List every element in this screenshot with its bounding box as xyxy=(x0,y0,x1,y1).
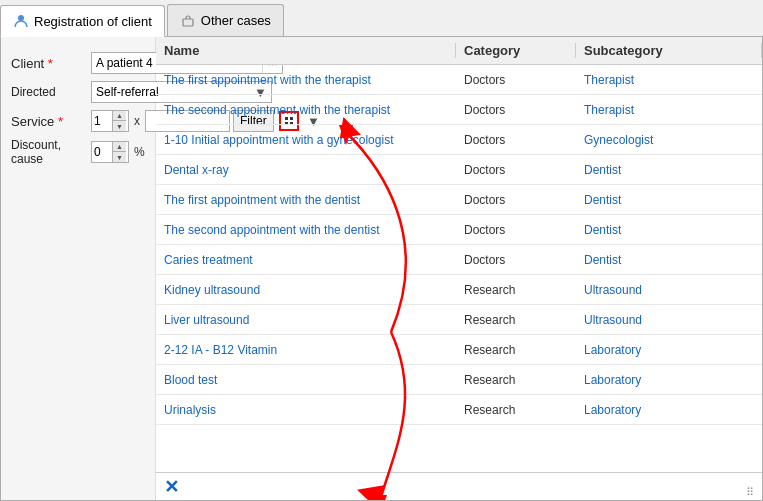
user-icon xyxy=(13,13,29,29)
cell-subcategory: Therapist xyxy=(576,103,762,117)
discount-input[interactable] xyxy=(92,143,112,161)
service-qty-input[interactable] xyxy=(92,112,112,130)
svg-rect-1 xyxy=(183,19,193,26)
service-label: Service * xyxy=(11,114,91,129)
table-row[interactable]: Kidney ultrasound Research Ultrasound xyxy=(156,275,762,305)
add-row-button[interactable]: ✕ xyxy=(164,476,179,498)
directed-field: Directed ▼ xyxy=(11,80,145,104)
cell-category: Doctors xyxy=(456,103,576,117)
main-container: Registration of client Other cases Clien… xyxy=(0,0,763,501)
registration-form: Client * ··· Directed ▼ xyxy=(7,45,149,172)
cell-subcategory: Ultrasound xyxy=(576,283,762,297)
discount-controls: ▲ ▼ % xyxy=(91,141,145,163)
col-header-name: Name xyxy=(156,43,456,58)
cell-category: Doctors xyxy=(456,73,576,87)
cell-category: Research xyxy=(456,283,576,297)
cell-category: Research xyxy=(456,313,576,327)
cell-category: Doctors xyxy=(456,133,576,147)
client-field: Client * ··· xyxy=(11,51,145,75)
cell-name: 1-10 Initial appointment with a gynecolo… xyxy=(156,133,456,147)
cell-subcategory: Therapist xyxy=(576,73,762,87)
tab-other-cases-label: Other cases xyxy=(201,13,271,28)
cell-category: Doctors xyxy=(456,163,576,177)
cell-name: The first appointment with the dentist xyxy=(156,193,456,207)
directed-label: Directed xyxy=(11,85,91,99)
discount-down[interactable]: ▼ xyxy=(112,152,126,162)
briefcase-icon xyxy=(180,13,196,29)
cell-name: Blood test xyxy=(156,373,456,387)
cell-name: Kidney ultrasound xyxy=(156,283,456,297)
table-row[interactable]: Dental x-ray Doctors Dentist xyxy=(156,155,762,185)
cell-category: Doctors xyxy=(456,193,576,207)
cell-category: Research xyxy=(456,403,576,417)
table-row[interactable]: Caries treatment Doctors Dentist xyxy=(156,245,762,275)
spinner-arrows: ▲ ▼ xyxy=(112,111,126,131)
table-header: Name Category Subcategory xyxy=(156,37,762,65)
cell-name: Caries treatment xyxy=(156,253,456,267)
left-panel: Client * ··· Directed ▼ xyxy=(1,37,156,500)
cell-category: Doctors xyxy=(456,223,576,237)
resize-handle[interactable]: ⠿ xyxy=(746,486,758,498)
discount-spinner: ▲ ▼ xyxy=(91,141,129,163)
cell-subcategory: Dentist xyxy=(576,193,762,207)
discount-field: Discount, cause ▲ ▼ % xyxy=(11,138,145,166)
tab-registration-label: Registration of client xyxy=(34,14,152,29)
table-footer: ✕ xyxy=(156,472,762,500)
cell-subcategory: Dentist xyxy=(576,223,762,237)
tabs-bar: Registration of client Other cases xyxy=(0,0,763,37)
tab-other-cases[interactable]: Other cases xyxy=(167,4,284,36)
cell-category: Research xyxy=(456,373,576,387)
service-table-body: The first appointment with the therapist… xyxy=(156,65,762,472)
table-row[interactable]: Blood test Research Laboratory xyxy=(156,365,762,395)
table-row[interactable]: Urinalysis Research Laboratory xyxy=(156,395,762,425)
cell-subcategory: Dentist xyxy=(576,163,762,177)
cell-category: Research xyxy=(456,343,576,357)
right-panel: Name Category Subcategory The first appo… xyxy=(156,37,762,500)
spinner-up[interactable]: ▲ xyxy=(112,111,126,121)
discount-arrows: ▲ ▼ xyxy=(112,142,126,162)
svg-point-0 xyxy=(18,15,24,21)
tab-registration[interactable]: Registration of client xyxy=(0,5,165,37)
table-row[interactable]: Liver ultrasound Research Ultrasound xyxy=(156,305,762,335)
table-row[interactable]: The second appointment with the dentist … xyxy=(156,215,762,245)
cell-subcategory: Laboratory xyxy=(576,373,762,387)
table-row[interactable]: The first appointment with the dentist D… xyxy=(156,185,762,215)
cell-subcategory: Dentist xyxy=(576,253,762,267)
cell-subcategory: Laboratory xyxy=(576,343,762,357)
cell-name: The first appointment with the therapist xyxy=(156,73,456,87)
discount-label: Discount, cause xyxy=(11,138,91,166)
cell-subcategory: Ultrasound xyxy=(576,313,762,327)
service-qty-spinner: ▲ ▼ xyxy=(91,110,129,132)
col-header-category: Category xyxy=(456,43,576,58)
spinner-down[interactable]: ▼ xyxy=(112,121,126,131)
cell-subcategory: Gynecologist xyxy=(576,133,762,147)
cell-subcategory: Laboratory xyxy=(576,403,762,417)
table-row[interactable]: The first appointment with the therapist… xyxy=(156,65,762,95)
x-label: x xyxy=(134,114,140,128)
cell-category: Doctors xyxy=(456,253,576,267)
cell-name: Dental x-ray xyxy=(156,163,456,177)
cell-name: Liver ultrasound xyxy=(156,313,456,327)
table-row[interactable]: 1-10 Initial appointment with a gynecolo… xyxy=(156,125,762,155)
percent-label: % xyxy=(134,145,145,159)
cell-name: Urinalysis xyxy=(156,403,456,417)
content-area: Client * ··· Directed ▼ xyxy=(0,37,763,501)
client-label: Client * xyxy=(11,56,91,71)
discount-up[interactable]: ▲ xyxy=(112,142,126,152)
col-header-subcategory: Subcategory xyxy=(576,43,762,58)
cell-name: 2-12 IA - B12 Vitamin xyxy=(156,343,456,357)
service-field: Service * ▲ ▼ x ▼ xyxy=(11,109,145,133)
table-row[interactable]: 2-12 IA - B12 Vitamin Research Laborator… xyxy=(156,335,762,365)
cell-name: The second appointment with the therapis… xyxy=(156,103,456,117)
table-row[interactable]: The second appointment with the therapis… xyxy=(156,95,762,125)
cell-name: The second appointment with the dentist xyxy=(156,223,456,237)
